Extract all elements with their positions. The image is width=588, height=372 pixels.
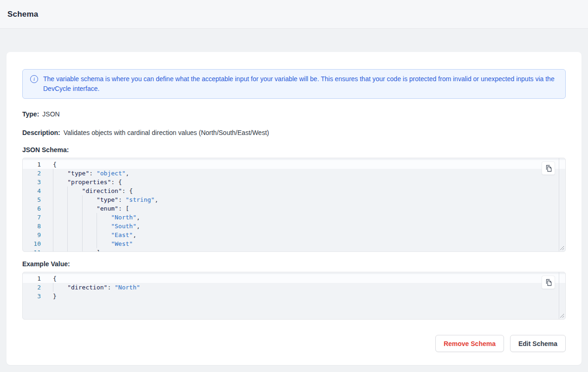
code-lines: 1{2"type": "object",3"properties": {4"di… bbox=[23, 158, 565, 252]
indent-guide bbox=[53, 248, 53, 252]
indent-guide bbox=[53, 231, 53, 239]
indent-guide bbox=[53, 222, 53, 231]
indent-guide bbox=[97, 239, 97, 248]
type-label: Type: bbox=[22, 110, 39, 118]
info-alert-text: The variable schema is where you can def… bbox=[43, 74, 558, 94]
line-number: 2 bbox=[23, 169, 53, 178]
line-number: 4 bbox=[23, 186, 53, 195]
code-line: 11] bbox=[23, 248, 565, 252]
indent-guide bbox=[82, 248, 83, 252]
line-number: 1 bbox=[23, 274, 53, 283]
indent-guide bbox=[97, 213, 97, 222]
code-line: 5"type": "string", bbox=[23, 195, 565, 204]
editor-scrollbar[interactable] bbox=[559, 272, 559, 319]
example-value-editor[interactable]: 1{2"direction": "North"3} bbox=[22, 272, 566, 320]
json-schema-label: JSON Schema: bbox=[22, 146, 69, 154]
line-number: 1 bbox=[23, 160, 53, 169]
code-line: 4"direction": { bbox=[23, 186, 565, 195]
indent-guide bbox=[67, 204, 68, 213]
line-number: 8 bbox=[23, 222, 53, 231]
indent-guide bbox=[53, 169, 53, 178]
indent-guide bbox=[53, 195, 53, 204]
code-line: 1{ bbox=[23, 274, 565, 283]
indent-guide bbox=[97, 222, 97, 231]
code-line: 2"direction": "North" bbox=[23, 283, 565, 292]
line-number: 11 bbox=[23, 248, 53, 252]
copy-icon bbox=[545, 279, 552, 286]
resize-grip-icon[interactable] bbox=[559, 313, 564, 318]
code-line: 9"East", bbox=[23, 231, 565, 239]
line-number: 5 bbox=[23, 195, 53, 204]
line-number: 2 bbox=[23, 283, 53, 292]
indent-guide bbox=[53, 213, 53, 222]
line-number: 7 bbox=[23, 213, 53, 222]
code-lines: 1{2"direction": "North"3} bbox=[23, 272, 565, 301]
indent-guide bbox=[53, 283, 53, 292]
page-header: Schema bbox=[0, 0, 588, 29]
indent-guide bbox=[82, 195, 83, 204]
indent-guide bbox=[53, 239, 53, 248]
code-line: 8"South", bbox=[23, 222, 565, 231]
indent-guide bbox=[82, 213, 83, 222]
type-value: JSON bbox=[42, 110, 59, 118]
schema-card: i The variable schema is where you can d… bbox=[6, 52, 582, 365]
example-value-label: Example Value: bbox=[22, 260, 70, 268]
indent-guide bbox=[67, 213, 68, 222]
info-circle-icon: i bbox=[30, 75, 38, 83]
copy-icon bbox=[545, 165, 552, 172]
indent-guide bbox=[67, 231, 68, 239]
editor-scrollbar[interactable] bbox=[559, 158, 559, 251]
page-title: Schema bbox=[7, 10, 38, 19]
line-number: 6 bbox=[23, 204, 53, 213]
json-schema-editor[interactable]: 1{2"type": "object",3"properties": {4"di… bbox=[22, 158, 566, 252]
code-line: 6"enum": [ bbox=[23, 204, 565, 213]
indent-guide bbox=[67, 248, 68, 252]
indent-guide bbox=[67, 222, 68, 231]
edit-schema-button[interactable]: Edit Schema bbox=[510, 335, 566, 352]
example-value-label-row: Example Value: bbox=[22, 260, 566, 268]
copy-button[interactable] bbox=[542, 276, 555, 289]
indent-guide bbox=[53, 204, 53, 213]
line-number: 9 bbox=[23, 231, 53, 239]
info-alert: i The variable schema is where you can d… bbox=[22, 69, 566, 99]
resize-grip-icon[interactable] bbox=[559, 245, 564, 250]
description-label: Description: bbox=[22, 129, 60, 136]
action-buttons-row: Remove Schema Edit Schema bbox=[22, 335, 566, 352]
remove-schema-button[interactable]: Remove Schema bbox=[435, 335, 504, 352]
description-value: Validates objects with cardinal directio… bbox=[64, 129, 269, 136]
line-number: 3 bbox=[23, 178, 53, 186]
copy-button[interactable] bbox=[542, 161, 555, 175]
code-line: 3"properties": { bbox=[23, 178, 565, 186]
line-number: 10 bbox=[23, 239, 53, 248]
line-number: 3 bbox=[23, 292, 53, 301]
description-row: Description: Validates objects with card… bbox=[22, 129, 566, 136]
indent-guide bbox=[97, 231, 97, 239]
indent-guide bbox=[67, 239, 68, 248]
indent-guide bbox=[82, 239, 83, 248]
type-row: Type: JSON bbox=[22, 110, 566, 118]
code-line: 3} bbox=[23, 292, 565, 301]
indent-guide bbox=[67, 186, 68, 195]
json-schema-label-row: JSON Schema: bbox=[22, 146, 566, 154]
code-line: 2"type": "object", bbox=[23, 169, 565, 178]
indent-guide bbox=[82, 231, 83, 239]
code-line: 10"West" bbox=[23, 239, 565, 248]
code-line: 7"North", bbox=[23, 213, 565, 222]
indent-guide bbox=[53, 186, 53, 195]
indent-guide bbox=[53, 178, 53, 186]
indent-guide bbox=[82, 222, 83, 231]
indent-guide bbox=[82, 204, 83, 213]
indent-guide bbox=[67, 195, 68, 204]
code-line: 1{ bbox=[23, 160, 565, 169]
